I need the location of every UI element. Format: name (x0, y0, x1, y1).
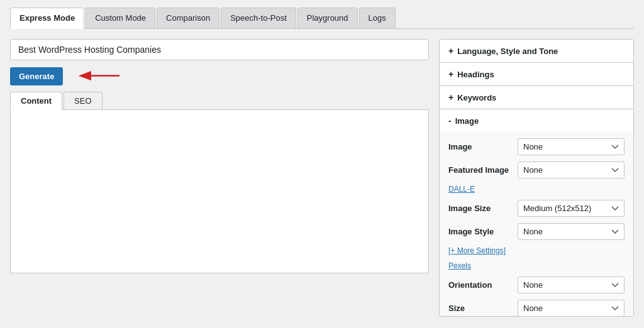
image-size-label: Image Size (448, 204, 518, 213)
tab-comparison[interactable]: Comparison (157, 8, 219, 28)
keywords-label: Keywords (457, 93, 496, 102)
image-label: Image (455, 116, 479, 126)
image-size-select[interactable]: Small (256x256) Medium (512x512) Large (… (518, 200, 625, 217)
accordion-headings-header[interactable]: + Headings (440, 63, 633, 85)
topic-input[interactable] (10, 39, 429, 60)
orientation-field-row: Orientation None Landscape Portrait Squa… (448, 276, 625, 293)
accordion-image: - Image Image None Auto DALL-E Pexels (440, 109, 633, 317)
tab-speech-to-post[interactable]: Speech-to-Post (221, 8, 296, 28)
orientation-select[interactable]: None Landscape Portrait Square (518, 276, 625, 293)
main-layout: Generate Content (10, 39, 634, 317)
generate-row: Generate (10, 67, 429, 85)
pexels-size-field-row: Size None Large Medium Small (448, 300, 625, 317)
image-field-row: Image None Auto DALL-E Pexels (448, 138, 625, 155)
image-field-label: Image (448, 142, 518, 151)
tab-content[interactable]: Content (10, 92, 62, 110)
featured-image-select[interactable]: None Auto DALL-E Pexels (518, 161, 625, 178)
tab-playground[interactable]: Playground (297, 8, 358, 28)
pexels-size-select[interactable]: None Large Medium Small (518, 300, 625, 317)
featured-image-label: Featured Image (448, 165, 518, 175)
language-sign: + (448, 46, 453, 56)
accordion-language-header[interactable]: + Language, Style and Tone (440, 40, 633, 62)
accordion-image-body: Image None Auto DALL-E Pexels Featured I… (440, 132, 633, 317)
pexels-size-label: Size (448, 303, 518, 313)
image-size-field-row: Image Size Small (256x256) Medium (512x5… (448, 200, 625, 217)
tab-custom-mode[interactable]: Custom Mode (86, 8, 155, 28)
orientation-label: Orientation (448, 280, 518, 290)
image-sign: - (448, 116, 452, 126)
accordion-keywords-header[interactable]: + Keywords (440, 86, 633, 109)
content-area (10, 110, 429, 273)
image-style-label: Image Style (448, 227, 518, 236)
headings-label: Headings (457, 70, 494, 79)
accordion-keywords: + Keywords (440, 86, 633, 109)
arrow-icon (75, 67, 126, 85)
tab-express-mode[interactable]: Express Mode (10, 8, 84, 29)
right-panel: + Language, Style and Tone + Headings + … (439, 39, 634, 317)
language-label: Language, Style and Tone (457, 46, 558, 56)
accordion-image-header[interactable]: - Image (440, 109, 633, 132)
image-style-select[interactable]: None Vivid Natural (518, 223, 625, 240)
more-settings-link[interactable]: [+ More Settings] (448, 246, 625, 255)
tab-seo[interactable]: SEO (64, 92, 102, 109)
image-select[interactable]: None Auto DALL-E Pexels (518, 138, 625, 155)
pexels-label[interactable]: Pexels (448, 261, 625, 270)
accordion-language: + Language, Style and Tone (440, 40, 633, 63)
tab-logs[interactable]: Logs (359, 8, 396, 28)
left-panel: Generate Content (10, 39, 429, 317)
featured-image-field-row: Featured Image None Auto DALL-E Pexels (448, 161, 625, 178)
image-style-field-row: Image Style None Vivid Natural (448, 223, 625, 240)
keywords-sign: + (448, 92, 453, 102)
dalle-label[interactable]: DALL-E (448, 185, 625, 194)
accordion-headings: + Headings (440, 63, 633, 86)
generate-button[interactable]: Generate (10, 67, 63, 85)
top-tabs: Express Mode Custom Mode Comparison Spee… (10, 8, 634, 29)
headings-sign: + (448, 69, 453, 79)
content-seo-tabs: Content SEO (10, 92, 429, 110)
content-seo-tabs-container: Content SEO (10, 92, 429, 273)
arrow-annotation (75, 67, 126, 85)
